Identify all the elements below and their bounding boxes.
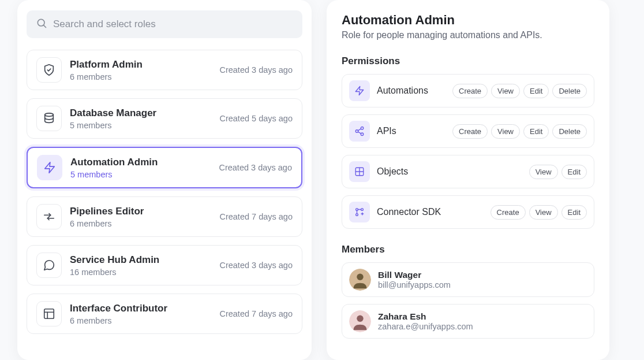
- role-created: Created 7 days ago: [219, 212, 293, 221]
- search-icon: [36, 17, 47, 31]
- svg-marker-3: [45, 162, 55, 173]
- search-input[interactable]: [53, 18, 293, 30]
- role-created: Created 3 days ago: [219, 163, 292, 172]
- grid-icon: [349, 161, 370, 182]
- role-members: 5 members: [70, 121, 211, 130]
- perm-action-view[interactable]: View: [491, 84, 520, 98]
- role-item-pipelines-editor[interactable]: Pipelines Editor 6 members Created 7 day…: [27, 196, 302, 237]
- avatar: [349, 269, 371, 291]
- perm-action-delete[interactable]: Delete: [552, 124, 587, 139]
- perm-action-delete[interactable]: Delete: [552, 84, 587, 98]
- permission-actions: ViewEdit: [529, 165, 587, 179]
- permission-automations: Automations CreateViewEditDelete: [342, 74, 594, 107]
- role-item-platform-admin[interactable]: Platform Admin 6 members Created 3 days …: [27, 50, 302, 90]
- role-list: Platform Admin 6 members Created 3 days …: [27, 50, 302, 334]
- permission-actions: CreateViewEditDelete: [452, 84, 587, 98]
- perm-action-edit[interactable]: Edit: [561, 205, 587, 220]
- database-icon: [36, 106, 62, 131]
- permission-actions: CreateViewEdit: [491, 205, 587, 220]
- permission-connector-sdk: Connector SDK CreateViewEdit: [342, 195, 594, 229]
- layout-icon: [36, 301, 62, 326]
- role-texts: Database Manager 5 members: [70, 107, 211, 129]
- svg-point-22: [357, 274, 363, 280]
- role-members: 6 members: [70, 219, 211, 228]
- arrows-icon: [36, 204, 62, 229]
- role-members: 5 members: [70, 170, 211, 179]
- perm-action-create[interactable]: Create: [452, 124, 488, 139]
- role-name: Service Hub Admin: [70, 254, 211, 266]
- svg-marker-7: [355, 87, 364, 95]
- roles-panel: Platform Admin 6 members Created 3 days …: [17, 0, 312, 360]
- member-zahara-esh[interactable]: Zahara Esh zahara.e@unifyapps.com: [342, 304, 594, 339]
- role-texts: Automation Admin 5 members: [70, 156, 211, 179]
- svg-line-12: [358, 132, 361, 133]
- perm-action-create[interactable]: Create: [491, 205, 526, 220]
- role-members: 6 members: [70, 72, 211, 81]
- permission-objects: Objects ViewEdit: [342, 155, 594, 188]
- permissions-list: Automations CreateViewEditDelete APIs Cr…: [342, 74, 594, 229]
- role-item-database-manager[interactable]: Database Manager 5 members Created 5 day…: [27, 98, 302, 139]
- connector-icon: [349, 202, 370, 222]
- svg-point-0: [38, 19, 44, 26]
- perm-action-view[interactable]: View: [491, 124, 520, 139]
- role-created: Created 3 days ago: [219, 65, 293, 75]
- role-name: Database Manager: [70, 107, 211, 120]
- role-created: Created 5 days ago: [219, 114, 293, 123]
- role-members: 6 members: [70, 316, 211, 325]
- member-bill-wager[interactable]: Bill Wager bill@unifyapps.com: [342, 262, 594, 297]
- permissions-heading: Permissions: [342, 55, 594, 67]
- detail-description: Role for people managing automations and…: [342, 30, 594, 40]
- role-name: Platform Admin: [70, 58, 211, 71]
- member-email: bill@unifyapps.com: [378, 280, 451, 290]
- role-texts: Interface Contributor 6 members: [70, 302, 211, 325]
- permission-apis: APIs CreateViewEditDelete: [342, 114, 594, 148]
- role-item-service-hub-admin[interactable]: Service Hub Admin 16 members Created 3 d…: [27, 245, 302, 285]
- member-email: zahara.e@unifyapps.com: [378, 322, 473, 331]
- permission-actions: CreateViewEditDelete: [452, 124, 587, 139]
- role-detail-panel: Automation Admin Role for people managin…: [327, 0, 609, 360]
- perm-action-edit[interactable]: Edit: [523, 124, 549, 139]
- perm-action-view[interactable]: View: [529, 205, 558, 220]
- svg-point-24: [357, 316, 363, 322]
- lightning-icon: [349, 80, 370, 101]
- chat-icon: [36, 253, 62, 278]
- perm-action-view[interactable]: View: [529, 165, 558, 179]
- role-name: Automation Admin: [70, 156, 211, 169]
- member-texts: Bill Wager bill@unifyapps.com: [378, 270, 451, 290]
- member-name: Bill Wager: [378, 270, 451, 280]
- member-name: Zahara Esh: [378, 311, 473, 322]
- role-texts: Pipelines Editor 6 members: [70, 205, 211, 228]
- lightning-icon: [37, 155, 62, 180]
- role-texts: Service Hub Admin 16 members: [70, 254, 211, 276]
- svg-rect-4: [44, 309, 54, 319]
- search-box[interactable]: [27, 10, 302, 38]
- role-created: Created 3 days ago: [219, 261, 293, 270]
- role-name: Pipelines Editor: [70, 205, 211, 218]
- permission-name: Automations: [377, 86, 445, 96]
- svg-point-2: [45, 113, 54, 117]
- members-list: Bill Wager bill@unifyapps.com Zahara Esh…: [342, 262, 594, 339]
- role-texts: Platform Admin 6 members: [70, 58, 211, 81]
- svg-line-11: [358, 129, 361, 131]
- avatar: [349, 310, 371, 332]
- role-item-automation-admin[interactable]: Automation Admin 5 members Created 3 day…: [27, 147, 302, 188]
- share-icon: [349, 121, 370, 142]
- role-members: 16 members: [70, 268, 211, 277]
- permission-name: APIs: [377, 126, 445, 136]
- svg-line-1: [44, 25, 46, 28]
- member-texts: Zahara Esh zahara.e@unifyapps.com: [378, 311, 473, 331]
- role-item-interface-contributor[interactable]: Interface Contributor 6 members Created …: [27, 294, 302, 334]
- perm-action-create[interactable]: Create: [452, 84, 488, 98]
- perm-action-edit[interactable]: Edit: [561, 165, 587, 179]
- perm-action-edit[interactable]: Edit: [523, 84, 549, 98]
- permission-name: Objects: [377, 166, 522, 177]
- shield-icon: [36, 57, 62, 83]
- detail-title: Automation Admin: [342, 13, 594, 28]
- role-created: Created 7 days ago: [219, 309, 293, 318]
- permission-name: Connector SDK: [377, 207, 484, 217]
- role-name: Interface Contributor: [70, 302, 211, 315]
- members-heading: Members: [342, 244, 594, 255]
